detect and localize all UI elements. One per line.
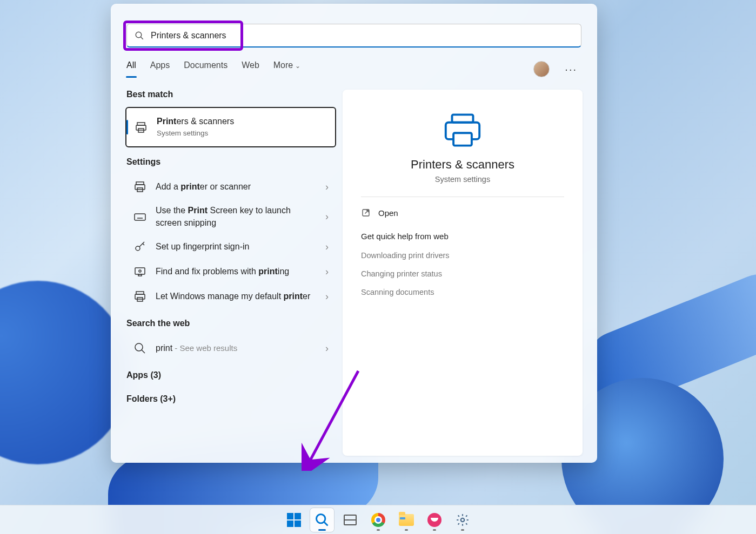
svg-rect-25 [452,114,473,122]
taskbar-file-explorer[interactable] [394,508,418,532]
printer-icon [133,289,147,303]
svg-rect-27 [453,133,472,145]
printer-icon [134,120,148,134]
chevron-right-icon: › [325,211,329,222]
svg-line-1 [141,37,143,39]
start-button[interactable] [282,508,306,532]
svg-rect-18 [138,274,142,276]
svg-point-14 [136,246,140,251]
svg-rect-17 [135,268,145,274]
chevron-down-icon: ⌄ [295,62,300,70]
search-icon [133,341,147,355]
divider [361,197,564,197]
search-icon [135,31,144,40]
settings-result-add-printer[interactable]: Add a printer or scanner › [125,174,336,199]
tab-documents[interactable]: Documents [184,60,228,78]
chevron-right-icon: › [325,291,329,302]
tab-all[interactable]: All [126,60,136,78]
help-link[interactable]: Scanning documents [353,283,572,301]
key-icon [133,240,147,254]
svg-line-31 [324,522,327,525]
taskbar [0,505,756,534]
open-icon [361,208,371,218]
lips-icon [427,513,441,527]
help-link[interactable]: Changing printer status [353,265,572,283]
taskbar-settings[interactable] [451,508,474,532]
chevron-right-icon: › [325,181,329,193]
chevron-right-icon: › [325,241,329,253]
search-filter-tabs: All Apps Documents Web More⌄ [126,60,300,78]
chevron-right-icon: › [325,266,329,278]
detail-title: Printers & scanners [411,158,514,172]
user-avatar[interactable] [533,61,550,77]
svg-point-0 [136,32,142,38]
open-action[interactable]: Open [353,202,572,223]
tab-more[interactable]: More⌄ [273,60,300,78]
detail-subtitle: System settings [435,175,490,184]
svg-rect-6 [135,185,145,190]
svg-line-16 [143,244,144,245]
folder-icon [399,514,414,526]
help-section-header: Get quick help from web [353,223,572,246]
chrome-icon [371,513,385,527]
search-input[interactable] [151,31,573,40]
svg-point-32 [460,518,464,522]
tab-apps[interactable]: Apps [150,60,170,78]
svg-rect-8 [135,214,145,220]
search-icon [315,512,330,528]
section-folders-count[interactable]: Folders (3+) [126,394,336,404]
printer-large-icon [441,111,484,149]
settings-result-fingerprint[interactable]: Set up fingerprint sign-in › [125,234,336,259]
tab-web[interactable]: Web [242,60,259,78]
settings-result-printscreen[interactable]: Use the Print Screen key to launch scree… [125,199,336,234]
troubleshoot-icon [133,265,147,279]
section-apps-count[interactable]: Apps (3) [126,370,336,380]
help-link[interactable]: Downloading print drivers [353,246,572,265]
more-options-button[interactable]: ··· [560,61,581,78]
svg-point-23 [135,343,143,351]
settings-result-default-printer[interactable]: Let Windows manage my default printer › [125,284,336,309]
search-box[interactable] [126,24,581,48]
section-settings: Settings [126,157,336,167]
section-best-match: Best match [126,90,336,99]
svg-rect-3 [136,125,146,130]
best-match-result[interactable]: Printers & scanners System settings [125,107,336,147]
settings-result-troubleshoot-printing[interactable]: Find and fix problems with printing › [125,259,336,284]
results-list: Best match Printers & scanners System se… [125,90,336,456]
taskbar-chrome[interactable] [366,508,390,532]
chevron-right-icon: › [325,343,329,354]
result-detail-pane: Printers & scanners System settings Open… [343,90,583,456]
printer-icon [133,180,147,194]
taskbar-app-lips[interactable] [423,508,446,532]
svg-point-19 [139,270,141,272]
start-search-panel: All Apps Documents Web More⌄ ··· Best ma… [111,4,597,463]
section-search-web: Search the web [126,319,336,328]
taskbar-search-button[interactable] [310,508,334,532]
task-view-icon [344,515,357,525]
keyboard-icon [133,210,147,224]
svg-point-30 [316,514,325,523]
web-result[interactable]: print - See web results › [125,336,336,361]
svg-line-24 [142,350,145,353]
task-view-button[interactable] [338,508,362,532]
windows-logo-icon [287,513,301,527]
svg-rect-21 [135,294,145,299]
gear-icon [456,513,470,527]
